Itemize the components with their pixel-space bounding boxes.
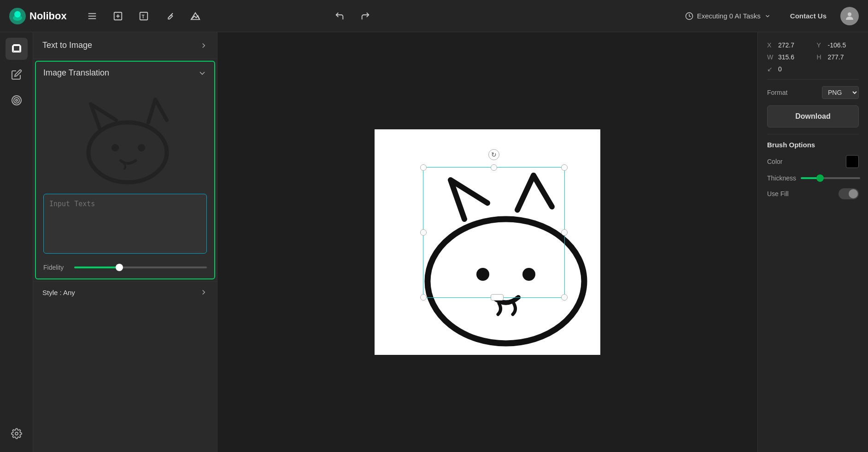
input-text-area[interactable]	[43, 194, 207, 254]
avatar-icon	[844, 11, 855, 22]
svg-point-20	[88, 122, 167, 182]
text-tool-button[interactable]: T	[135, 7, 152, 25]
svg-point-22	[138, 144, 145, 151]
settings-icon	[11, 428, 22, 439]
tasks-button[interactable]: Executing 0 AI Tasks	[680, 9, 776, 23]
image-translation-section: Image Translation	[35, 61, 215, 279]
x-label: X	[767, 41, 774, 49]
svg-point-18	[16, 99, 18, 101]
fidelity-row: Fidelity	[36, 259, 214, 278]
app-name: Nolibox	[29, 10, 67, 22]
svg-text:T: T	[141, 14, 145, 19]
image-translation-title: Image Translation	[43, 68, 109, 78]
right-panel: X 272.7 Y -106.5 W 315.6 H 277.7 ↙ 0	[757, 32, 868, 452]
divider-1	[767, 79, 859, 80]
layers-icon	[11, 43, 22, 54]
canvas-area[interactable]: ↻	[217, 32, 757, 452]
sidebar-item-brush[interactable]	[6, 64, 28, 86]
redo-button[interactable]	[357, 7, 374, 25]
sidebar-bottom	[6, 423, 28, 452]
coords-grid: X 272.7 Y -106.5 W 315.6 H 277.7 ↙ 0	[767, 41, 859, 73]
text-to-image-label: Text to Image	[42, 41, 92, 50]
y-value: -106.5	[828, 41, 846, 49]
menu-button[interactable]	[83, 7, 101, 25]
sidebar-item-settings[interactable]	[6, 423, 28, 445]
topbar-tools: T	[83, 7, 374, 25]
text-to-image-row[interactable]: Text to Image	[33, 32, 217, 59]
use-fill-label: Use Fill	[767, 190, 789, 197]
target-icon	[11, 95, 22, 106]
avatar[interactable]	[840, 7, 859, 25]
thickness-slider[interactable]	[801, 177, 860, 179]
svg-point-19	[15, 432, 18, 435]
coord-r: ↙ 0	[767, 65, 809, 73]
style-row[interactable]: Style : Any	[33, 281, 217, 303]
pen-tool-button[interactable]	[161, 7, 178, 25]
left-panel: Text to Image Image Translation	[33, 32, 217, 452]
main-area: Text to Image Image Translation	[0, 32, 868, 452]
logo-area: Nolibox	[9, 8, 67, 24]
svg-point-24	[476, 268, 489, 281]
sidebar-item-layers[interactable]	[6, 38, 28, 60]
divider-2	[767, 134, 859, 134]
undo-button[interactable]	[331, 7, 348, 25]
download-button[interactable]: Download	[767, 105, 859, 127]
svg-point-25	[522, 268, 535, 281]
svg-point-2	[14, 11, 21, 17]
coord-y: Y -106.5	[817, 41, 859, 49]
svg-point-13	[848, 12, 851, 16]
w-value: 315.6	[778, 53, 794, 61]
add-button[interactable]	[109, 7, 127, 25]
chevron-right-icon-style	[199, 288, 208, 296]
coord-w: W 315.6	[767, 53, 809, 61]
sidebar-item-target[interactable]	[6, 89, 28, 111]
image-translation-header[interactable]: Image Translation	[36, 62, 214, 84]
brush-options-title: Brush Options	[767, 141, 859, 149]
brush-color-row: Color	[767, 155, 859, 168]
h-value: 277.7	[828, 53, 844, 61]
fidelity-slider[interactable]	[74, 267, 207, 268]
use-fill-row: Use Fill	[767, 188, 859, 199]
format-row: Format PNG JPG SVG WEBP	[767, 86, 859, 99]
style-label: Style : Any	[42, 289, 75, 296]
coord-h: H 277.7	[817, 53, 859, 61]
fidelity-label: Fidelity	[43, 264, 69, 271]
svg-point-23	[428, 219, 584, 343]
format-label: Format	[767, 89, 787, 96]
chevron-down-icon	[764, 13, 771, 19]
thickness-label: Thickness	[767, 174, 796, 182]
thickness-row: Thickness	[767, 174, 859, 182]
h-label: H	[817, 53, 824, 61]
tasks-label: Executing 0 AI Tasks	[697, 12, 761, 20]
input-texts-field[interactable]	[49, 200, 201, 246]
coord-x: X 272.7	[767, 41, 809, 49]
canvas-drawing	[375, 129, 600, 355]
use-fill-toggle[interactable]	[839, 188, 859, 199]
topbar: Nolibox T Executing 0 AI Tasks Con	[0, 0, 868, 32]
logo-icon	[9, 8, 26, 24]
toggle-knob	[849, 189, 858, 198]
edit-icon	[11, 69, 22, 80]
w-label: W	[767, 53, 774, 61]
svg-point-17	[14, 98, 19, 103]
svg-point-21	[111, 144, 119, 151]
chevron-right-icon	[199, 41, 208, 50]
cat-sketch	[75, 88, 176, 185]
color-label: Color	[767, 158, 782, 165]
icon-sidebar	[0, 32, 33, 452]
x-value: 272.7	[778, 41, 794, 49]
chevron-down-icon	[198, 69, 207, 78]
format-select[interactable]: PNG JPG SVG WEBP	[822, 86, 859, 99]
color-swatch[interactable]	[846, 155, 859, 168]
sketch-preview	[36, 84, 214, 188]
image-tool-button[interactable]	[187, 7, 204, 25]
contact-button[interactable]: Contact Us	[784, 9, 833, 23]
canvas-board[interactable]: ↻	[375, 129, 600, 355]
r-label: ↙	[767, 65, 774, 73]
clock-icon	[685, 12, 693, 20]
y-label: Y	[817, 41, 824, 49]
r-value: 0	[778, 65, 782, 73]
